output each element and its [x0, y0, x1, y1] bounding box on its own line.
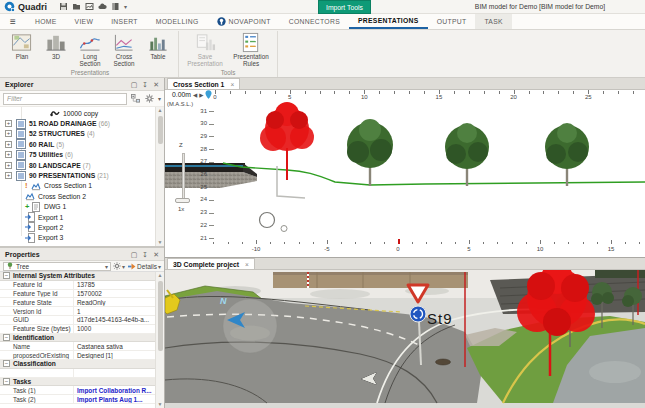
open-folder-icon[interactable] [72, 2, 81, 11]
tree-item-export-1[interactable]: Export 1 [0, 212, 155, 222]
details-button[interactable]: Details [127, 263, 161, 270]
gear-dropdown-icon[interactable] [158, 95, 161, 102]
explorer-settings-gear-icon[interactable] [144, 93, 155, 104]
collapse-tree-icon[interactable] [130, 93, 141, 104]
tree-item-dwg-1[interactable]: +DWG 1 [0, 202, 155, 212]
zoom-slider-handle[interactable] [175, 198, 190, 203]
property-value: Castanea sativa [74, 342, 164, 350]
scroll-thumb[interactable] [158, 281, 163, 351]
collapse-icon[interactable]: − [3, 334, 10, 341]
close-icon[interactable] [153, 81, 159, 88]
green-tree-2[interactable] [445, 123, 489, 186]
menu-tab-view[interactable]: VIEW [66, 14, 103, 29]
ribbon-button-plan[interactable]: Plan [5, 31, 39, 60]
zoom-slider-track[interactable] [182, 153, 185, 199]
properties-scrollbar[interactable]: ▲ ▼ [155, 272, 164, 408]
ribbon-button-3d[interactable]: 3D [39, 31, 73, 60]
explorer-scrollbar[interactable]: ▲ ▼ [155, 107, 164, 246]
compass-north-label: N [220, 296, 227, 306]
3d-scene-canvas[interactable] [165, 270, 645, 404]
close-tab-icon[interactable] [245, 261, 249, 268]
pin-icon[interactable] [142, 81, 148, 88]
tree-item-count: (21) [97, 172, 108, 179]
tree-item-90-presentations[interactable]: +90 PRESENTATIONS(21) [0, 170, 155, 180]
y-axis-dash [209, 225, 214, 226]
image-icon[interactable] [85, 2, 94, 11]
property-label: Name [0, 342, 74, 350]
scroll-down-icon[interactable]: ▼ [158, 401, 163, 408]
ribbon-button-presentation-rules[interactable]: Presentation Rules [228, 31, 274, 67]
tree-item-export-3[interactable]: Export 3 [0, 233, 155, 243]
y-axis-dash [209, 162, 214, 163]
property-value-link[interactable]: Import Plants Aug 1... [74, 395, 164, 403]
expand-icon[interactable]: + [5, 162, 12, 169]
ribbon-button-long-section[interactable]: Long Section [73, 31, 107, 67]
scroll-thumb[interactable] [158, 116, 163, 144]
tree-item-51-road-drainage[interactable]: +51 ROAD DRAINAGE(66) [0, 118, 155, 128]
menu-tab-task[interactable]: TASK [475, 14, 511, 29]
pin-icon[interactable] [142, 251, 148, 258]
import-tools-button[interactable]: Import Tools [318, 0, 371, 14]
scroll-up-icon[interactable]: ▲ [158, 107, 163, 114]
menu-tab-presentations[interactable]: PRESENTATIONS [349, 14, 428, 29]
tree-item-count: (5) [56, 141, 64, 148]
collapse-icon[interactable]: − [3, 360, 10, 367]
tree-item-60-rail[interactable]: +60 RAIL(5) [0, 139, 155, 149]
property-section-tasks[interactable]: −Tasks [0, 378, 164, 387]
menu-tab-novapoint[interactable]: NOVAPOINT [208, 14, 280, 29]
menu-icon[interactable] [0, 14, 26, 29]
close-tab-icon[interactable] [230, 81, 234, 88]
compass-widget[interactable] [223, 299, 277, 353]
properties-gear-button[interactable] [113, 262, 125, 270]
tree-item-count: (7) [83, 162, 91, 169]
collapse-icon[interactable]: − [3, 272, 10, 279]
3d-tab-bar: 3D Complete project [165, 258, 645, 270]
property-value-link[interactable]: Import Collaboration R... [74, 386, 164, 394]
cloud-icon[interactable] [98, 2, 107, 11]
property-section-identification[interactable]: −Identification [0, 334, 164, 343]
book-icon[interactable] [111, 2, 120, 11]
green-tree-1[interactable] [347, 119, 393, 186]
tree-item-cross-section-1[interactable]: !Cross Section 1 [0, 181, 155, 191]
tab-3d-complete-project[interactable]: 3D Complete project [167, 258, 255, 269]
tree-item-label: DWG 1 [44, 203, 66, 210]
expand-icon[interactable]: + [5, 120, 12, 127]
tree-item-export-2[interactable]: Export 2 [0, 222, 155, 232]
quadri-logo-icon [4, 1, 15, 12]
menu-tab-modelling[interactable]: MODELLING [147, 14, 208, 29]
qat-dropdown-icon[interactable] [124, 3, 127, 10]
tree-item-80-landscape[interactable]: +80 LANDSCAPE(7) [0, 160, 155, 170]
expand-icon[interactable]: + [5, 151, 12, 158]
maximize-icon[interactable] [131, 81, 138, 88]
expand-icon[interactable]: + [5, 141, 12, 148]
cross-section-canvas[interactable] [165, 90, 645, 258]
tree-item-52-structures[interactable]: +52 STRUCTURES(4) [0, 129, 155, 139]
scroll-up-icon[interactable]: ▲ [158, 272, 163, 279]
expand-icon[interactable]: + [5, 172, 12, 179]
property-section-classification[interactable]: −Classification [0, 360, 164, 369]
ribbon-button-table[interactable]: Table [141, 31, 175, 60]
expand-icon[interactable]: + [5, 130, 12, 137]
property-section-internal-system-attributes[interactable]: −Internal System Attributes [0, 272, 164, 281]
tree-item-10000-copy[interactable]: 10000 copy [0, 108, 155, 118]
collapse-icon[interactable]: − [3, 378, 10, 385]
next-section-icon[interactable]: ▶ [199, 92, 203, 98]
document-title: BIM model for Demo [BIM model for Demo] [440, 3, 640, 10]
properties-title: Properties [5, 251, 40, 258]
tab-cross-section-1[interactable]: Cross Section 1 [167, 78, 240, 89]
tree-item-75-utilities[interactable]: +75 Utilities(6) [0, 150, 155, 160]
menu-tab-home[interactable]: HOME [26, 14, 66, 29]
green-tree-3[interactable] [545, 123, 589, 186]
tree-item-cross-section-2[interactable]: Cross Section 2 [0, 191, 155, 201]
save-icon[interactable] [59, 2, 68, 11]
ribbon-button-cross-section[interactable]: Cross Section [107, 31, 141, 67]
menu-tab-insert[interactable]: INSERT [102, 14, 147, 29]
previous-section-icon[interactable]: ◀ [193, 92, 197, 98]
maximize-icon[interactable] [131, 251, 138, 258]
menu-tab-connectors[interactable]: CONNECTORS [280, 14, 349, 29]
menu-tab-output[interactable]: OUTPUT [428, 14, 476, 29]
scroll-down-icon[interactable]: ▼ [158, 239, 163, 246]
filter-input[interactable] [3, 93, 127, 105]
close-icon[interactable] [153, 251, 159, 258]
view-mode-select[interactable]: Tree [3, 262, 111, 271]
